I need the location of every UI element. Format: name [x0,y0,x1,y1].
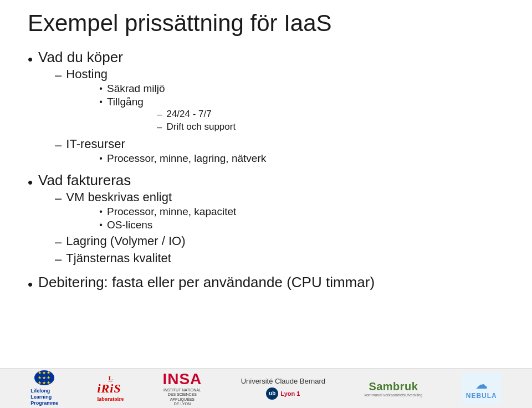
footer: ★★★★★★★★★ LifelongLearningProgramme LiRi… [0,368,532,408]
item-text: OS-licens [107,219,152,231]
liris-text: LiRiS laboratoire [98,375,124,402]
item-text: VM beskrivas enligt [66,190,172,204]
bullet-sm-icon: • [99,84,103,94]
item-text: Tjänsternas kvalitet [66,251,171,266]
bullet-sm-icon: • [99,97,103,107]
sambruk-subtext: kommunal verksamhetsutveckling [364,393,422,397]
lifelong-text: LifelongLearningProgramme [30,388,58,406]
list-item: – VM beskrivas enligt • Processor, minne… [38,190,504,232]
dash-icon: – [55,252,62,267]
bullet-sm-icon: • [99,154,103,164]
logo-nebula: ☁ NEBULA [462,372,502,405]
sambruk-text: Sambruk [369,380,418,393]
list-item: • Tillgång – 24/24 - 7/7 [66,96,236,134]
dash-icon: – [55,235,62,249]
logo-insa: INSA INSTITUT NATIONALDES SCIENCESAPPLIQ… [162,372,202,405]
slide-title: Exempel prissättning för IaaS [28,10,504,37]
list-item: – Drift och support [107,121,236,133]
ucb-circle-icon: ub [266,387,278,400]
item-text: 24/24 - 7/7 [166,109,211,120]
logo-sambruk: Sambruk kommunal verksamhetsutveckling [364,372,422,405]
list-item: • Vad faktureras – VM beskrivas enligt •… [28,172,504,268]
item-text: Drift och support [166,121,236,132]
item-text: Hosting [66,67,108,81]
level4-list: – 24/24 - 7/7 – Drift och support [107,109,236,133]
slide-content: Exempel prissättning för IaaS • Vad du k… [0,0,532,377]
list-item: – Hosting • Säkrad miljö • [38,67,504,135]
logo-ucb: Université Claude Bernard ub Lyon 1 [241,372,325,405]
list-item: • Processor, minne, kapacitet [66,206,236,218]
bullet-sm-icon: • [99,207,103,217]
bullet-icon: • [28,276,33,293]
level3-list: • Processor, minne, kapacitet • OS-licen… [66,206,236,231]
list-item: • Säkrad miljö [66,83,236,95]
item-text: Vad faktureras [38,172,131,188]
item-text: Processor, minne, lagring, nätverk [107,152,266,165]
item-text: Tillgång [107,96,144,108]
item-text: Debitering: fasta eller per användande (… [38,274,375,291]
list-item: • OS-licens [66,219,236,231]
level2-list: – VM beskrivas enligt • Processor, minne… [38,190,504,267]
dash-icon: – [55,191,62,206]
level3-list: • Säkrad miljö • Tillgång [66,83,236,134]
logo-liris: LiRiS laboratoire [98,372,124,405]
item-text: Processor, minne, kapacitet [107,206,236,218]
insa-text: INSA [162,370,202,388]
content-list: • Vad du köper – Hosting • Säkrad miljö [28,49,504,293]
nebula-text: NEBULA [466,392,497,400]
item-text: Vad du köper [38,49,123,65]
ucb-text: Université Claude Bernard ub Lyon 1 [241,377,325,400]
bullet-sm-icon: • [99,220,103,230]
item-text: IT-resurser [66,137,125,151]
level3-list: • Processor, minne, lagring, nätverk [66,152,266,165]
list-item: – Tjänsternas kvalitet [38,251,504,267]
list-item: • Processor, minne, lagring, nätverk [66,152,266,165]
item-text: Lagring (Volymer / IO) [66,234,185,248]
bullet-icon: • [28,51,33,68]
dash-sm-icon: – [157,109,162,120]
ucb-lyon-text: Lyon 1 [280,390,300,397]
dash-icon: – [55,138,62,152]
list-item: • Debitering: fasta eller per användande… [28,274,504,293]
list-item: – 24/24 - 7/7 [107,109,236,120]
dash-icon: – [55,68,62,83]
eu-emblem: ★★★★★★★★★ [34,370,54,385]
dash-sm-icon: – [157,122,162,133]
list-item: – Lagring (Volymer / IO) [38,234,504,249]
bullet-icon: • [28,174,33,191]
cloud-icon: ☁ [475,378,488,392]
insa-subtext: INSTITUT NATIONALDES SCIENCESAPPLIQUÉESD… [163,388,201,407]
logo-lifelong-learning: ★★★★★★★★★ LifelongLearningProgramme [30,372,58,405]
item-text: Säkrad miljö [107,83,165,95]
list-item: – IT-resurser • Processor, minne, lagrin… [38,137,504,166]
list-item: • Vad du köper – Hosting • Säkrad miljö [28,49,504,167]
level2-list: – Hosting • Säkrad miljö • [38,67,504,166]
